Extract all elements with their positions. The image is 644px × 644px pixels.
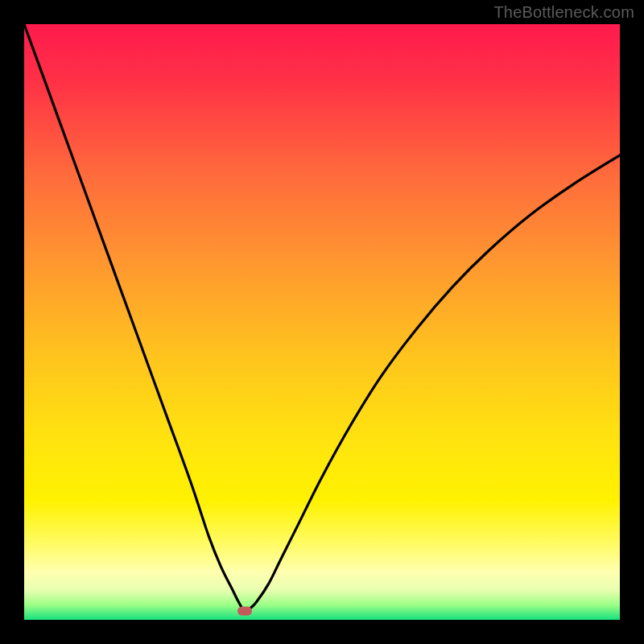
optimum-marker [237, 606, 252, 615]
plot-area [24, 24, 620, 620]
watermark-text: TheBottleneck.com [493, 3, 634, 22]
chart-frame: TheBottleneck.com [0, 0, 644, 644]
bottleneck-curve [24, 24, 620, 611]
curve-layer [24, 24, 620, 620]
